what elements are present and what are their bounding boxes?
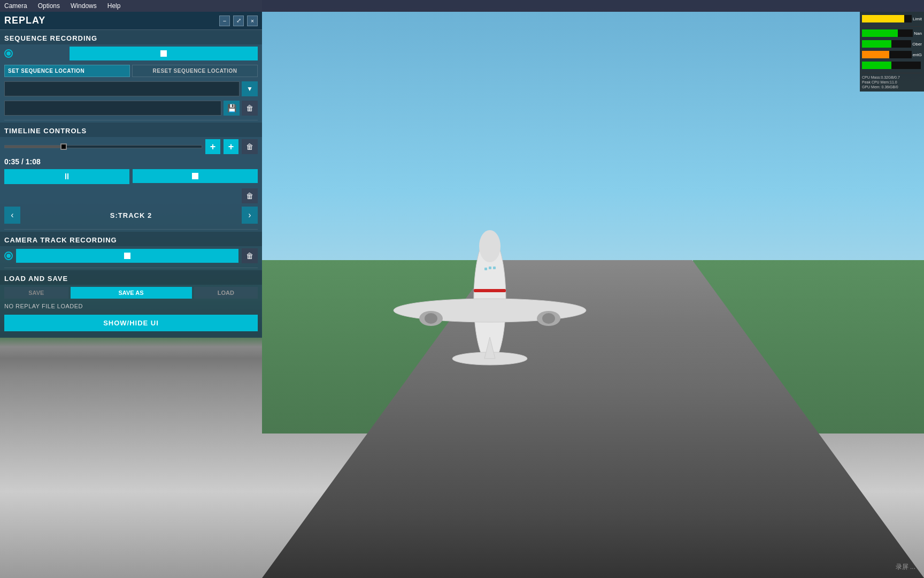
camera-track-stop-button[interactable] xyxy=(16,249,238,263)
timeline-slider-row: + + 🗑 xyxy=(0,137,262,156)
show-hide-ui-button[interactable]: SHOW/HIDE UI xyxy=(4,315,258,331)
perf-cpu-text: CPU Mass:0.32GB/0.7 xyxy=(862,75,922,80)
perf-label-4: entG xyxy=(913,52,922,57)
camera-track-radio[interactable] xyxy=(4,252,13,260)
svg-point-1 xyxy=(479,230,500,262)
pause-button[interactable]: ⏸ xyxy=(4,169,129,184)
reset-sequence-location-button[interactable]: RESET SEQUENCE LOCATION xyxy=(132,65,258,77)
close-button[interactable]: × xyxy=(247,16,258,26)
perf-label-1: Limit xyxy=(913,17,922,21)
panel-titlebar: REPLAY − ⤢ × xyxy=(0,12,262,30)
add-keyframe-button-1[interactable]: + xyxy=(205,139,220,154)
set-sequence-location-button[interactable]: SET SEQUENCE LOCATION xyxy=(4,65,130,77)
no-file-label: NO REPLAY FILE LOADED xyxy=(0,301,262,311)
perf-peak-text: Peak CPU Mem:11.0 xyxy=(862,80,922,85)
svg-rect-10 xyxy=(484,268,487,270)
replay-panel: REPLAY − ⤢ × SEQUENCE RECORDING SET SEQU… xyxy=(0,12,262,338)
load-save-row: SAVE SAVE AS LOAD xyxy=(0,285,262,301)
sequence-recording-header: SEQUENCE RECORDING xyxy=(0,30,262,44)
playback-row: ⏸ xyxy=(0,167,262,186)
load-button[interactable]: LOAD xyxy=(194,287,258,299)
menu-options[interactable]: Options xyxy=(36,2,62,10)
sequence-radio-inner xyxy=(6,51,11,56)
time-display: 0:35 / 1:08 xyxy=(0,156,262,167)
playback-stop-icon xyxy=(192,173,198,179)
perf-label-2: Nan xyxy=(914,31,922,36)
menubar: Camera Options Windows Help xyxy=(0,0,924,12)
sequence-save-icon-button[interactable]: 💾 xyxy=(224,101,240,116)
expand-button[interactable]: ⤢ xyxy=(233,16,244,26)
save-as-button[interactable]: SAVE AS xyxy=(71,287,192,299)
timeline-trash-button[interactable]: 🗑 xyxy=(242,139,258,154)
timeline-controls-header: TIMELINE CONTROLS xyxy=(0,123,262,137)
sequence-radio[interactable] xyxy=(4,49,13,58)
divider-1 xyxy=(4,120,258,120)
sequence-dropdown-row: ▼ xyxy=(0,79,262,98)
perf-bar-4 xyxy=(862,51,912,58)
camera-track-recording-header: CAMERA TRACK RECORDING xyxy=(0,232,262,246)
track-label: S:TRACK 2 xyxy=(22,211,240,219)
watermark: 录屏 ... xyxy=(896,562,915,572)
sequence-stop-button[interactable] xyxy=(70,47,258,60)
load-save-header: LOAD AND SAVE xyxy=(0,270,262,285)
camera-track-stop-icon xyxy=(124,253,130,259)
airplane xyxy=(378,219,602,380)
add-keyframe-button-2[interactable]: + xyxy=(224,139,238,154)
menu-camera[interactable]: Camera xyxy=(2,2,29,10)
divider-3 xyxy=(4,268,258,268)
svg-rect-9 xyxy=(474,289,506,292)
sequence-location-row: SET SEQUENCE LOCATION RESET SEQUENCE LOC… xyxy=(0,63,262,79)
camera-track-row: 🗑 xyxy=(0,246,262,265)
menu-windows[interactable]: Windows xyxy=(68,2,99,10)
stop-icon xyxy=(160,50,167,57)
next-track-button[interactable]: › xyxy=(242,207,258,224)
minimize-button[interactable]: − xyxy=(219,16,230,26)
perf-bar-5 xyxy=(862,62,921,69)
timeline-thumb xyxy=(60,143,67,150)
timeline-fill xyxy=(5,146,64,148)
svg-point-6 xyxy=(542,313,555,324)
perf-label-3: Ober xyxy=(912,42,922,47)
save-button[interactable]: SAVE xyxy=(4,287,68,299)
timeline-slider[interactable] xyxy=(4,145,202,148)
playback-stop-button[interactable] xyxy=(133,169,258,183)
divider-2 xyxy=(4,229,258,230)
panel-controls: − ⤢ × xyxy=(219,16,258,26)
menu-help[interactable]: Help xyxy=(105,2,123,10)
sequence-trash-icon-button[interactable]: 🗑 xyxy=(242,101,258,116)
prev-track-button[interactable]: ‹ xyxy=(4,207,20,224)
perf-bar-2 xyxy=(862,29,913,37)
track-trash-button[interactable]: 🗑 xyxy=(242,188,258,203)
svg-rect-12 xyxy=(493,267,496,269)
sequence-input-row: 💾 🗑 xyxy=(0,98,262,118)
sequence-name-input[interactable] xyxy=(4,101,221,116)
camera-track-trash-button[interactable]: 🗑 xyxy=(242,248,258,263)
sequence-recording-row xyxy=(0,44,262,63)
perf-gpu-text: GPU Mem: 0.36iGB/0 xyxy=(862,85,922,89)
sequence-dropdown[interactable] xyxy=(4,81,240,96)
camera-track-radio-inner xyxy=(6,254,11,258)
perf-bar-3 xyxy=(862,40,911,48)
performance-overlay: Limit Nan Ober entG CPU Mas xyxy=(860,12,924,92)
dropdown-arrow[interactable]: ▼ xyxy=(242,81,258,96)
perf-bar-1 xyxy=(862,15,912,22)
panel-title: REPLAY xyxy=(4,15,45,26)
svg-rect-11 xyxy=(489,267,491,269)
track-nav-row: ‹ S:TRACK 2 › xyxy=(0,203,262,227)
svg-point-4 xyxy=(425,313,437,324)
